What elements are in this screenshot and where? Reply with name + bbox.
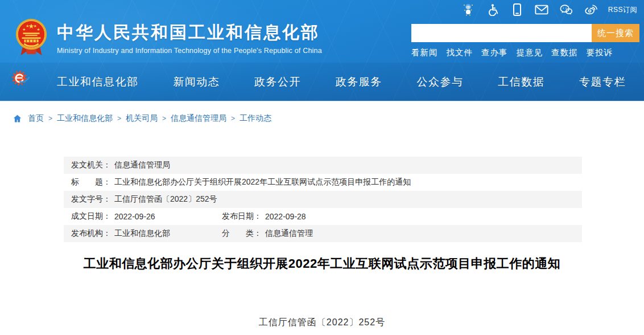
breadcrumb-separator: > [231,115,235,122]
breadcrumb-link-home[interactable]: 首页 [28,113,44,124]
table-row: 标 题： 工业和信息化部办公厅关于组织开展2022年工业互联网试点示范项目申报工… [64,174,582,191]
svg-text:★: ★ [22,27,26,31]
table-row: 发文机关： 信息通信管理局 [64,157,582,174]
breadcrumb-link-info-comm-bureau[interactable]: 信息通信管理局 [171,113,226,124]
national-emblem: ★ ★ ★ ★ ★ [14,18,49,59]
breadcrumb-link-work-updates[interactable]: 工作动态 [240,113,271,124]
nav-item-special-topics[interactable]: 专题专栏 [579,75,626,89]
article-doc-number: 工信厅信管函〔2022〕252号 [0,317,644,329]
breadcrumb-separator: > [162,115,166,122]
site-identity: 中华人民共和国工业和信息化部 Ministry of Industry and … [57,23,322,55]
top-utility-bar: RSS订阅 [461,3,637,17]
mobile-icon[interactable] [510,3,524,17]
nav-item-miit[interactable]: 工业和信息化部 [57,75,139,89]
site-banner: RSS订阅 ★ ★ ★ ★ ★ [0,0,644,101]
nav-items: 工业和信息化部 新闻动态 政务公开 政务服务 公众参与 工信数据 专题专栏 [57,63,626,101]
title-cell: 标 题： 工业和信息化部办公厅关于组织开展2022年工业互联网试点示范项目申报工… [71,177,411,187]
table-row: 成文日期： 2022-09-26 发布日期： 2022-09-28 [64,208,582,225]
miit-gear-logo-icon[interactable] [11,70,31,87]
nav-item-news[interactable]: 新闻动态 [173,75,220,89]
rss-subscribe-link[interactable]: RSS订阅 [608,5,637,15]
search-area: 统一搜索 看新闻 找文件 查办事 提意见 查数据 要投诉 [411,24,639,58]
mail-icon[interactable] [535,3,548,17]
search-input[interactable] [411,24,593,42]
breadcrumb-separator: > [48,115,52,122]
accessibility-icon[interactable] [486,3,499,17]
doc-number-cell: 发文字号： 工信厅信管函〔2022〕252号 [71,194,217,205]
nav-item-public-participation[interactable]: 公众参与 [417,75,464,89]
nav-item-gov-disclosure[interactable]: 政务公开 [254,75,301,89]
quick-link-services[interactable]: 查办事 [481,47,508,58]
svg-text:★: ★ [26,24,29,28]
quick-link-files[interactable]: 找文件 [447,47,473,58]
quick-link-complaint[interactable]: 要投诉 [587,47,613,58]
home-icon[interactable] [13,114,22,124]
ai-assistant-icon[interactable] [461,3,475,17]
quick-link-feedback[interactable]: 提意见 [517,47,543,58]
publish-date-cell: 发布日期： 2022-09-28 [222,211,306,222]
quick-link-data[interactable]: 查数据 [551,47,578,58]
quick-link-news[interactable]: 看新闻 [411,47,438,58]
document-meta-table: 发文机关： 信息通信管理局 标 题： 工业和信息化部办公厅关于组织开展2022年… [64,157,582,242]
written-date-cell: 成文日期： 2022-09-26 [71,211,222,222]
quick-links: 看新闻 找文件 查办事 提意见 查数据 要投诉 [411,47,639,58]
breadcrumb-link-miit[interactable]: 工业和信息化部 [57,113,113,124]
breadcrumb: 首页 > 工业和信息化部 > 机关司局 > 信息通信管理局 > 工作动态 [13,113,271,124]
wechat-icon[interactable] [559,3,573,17]
svg-text:★: ★ [37,27,40,31]
site-title: 中华人民共和国工业和信息化部 [57,23,322,43]
nav-item-miit-data[interactable]: 工信数据 [498,75,544,89]
site-subtitle-en: Ministry of Industry and Information Tec… [57,47,322,55]
category-cell: 分 类： 信息通信管理 [222,228,313,239]
breadcrumb-separator: > [117,115,121,122]
miit-webpage: RSS订阅 ★ ★ ★ ★ ★ [0,0,644,335]
issuing-authority-cell: 发文机关： 信息通信管理局 [71,160,170,170]
table-row: 发布机构： 工业和信息化部 分 类： 信息通信管理 [64,225,582,242]
unified-search-button[interactable]: 统一搜索 [592,24,639,42]
publishing-org-cell: 发布机构： 工业和信息化部 [71,228,222,239]
article-title: 工业和信息化部办公厅关于组织开展2022年工业互联网试点示范项目申报工作的通知 [31,255,613,273]
table-row: 发文字号： 工信厅信管函〔2022〕252号 [64,191,582,208]
breadcrumb-link-departments[interactable]: 机关司局 [126,113,158,124]
weibo-icon[interactable] [584,3,597,17]
nav-item-gov-services[interactable]: 政务服务 [336,75,382,89]
main-navigation: 工业和信息化部 新闻动态 政务公开 政务服务 公众参与 工信数据 专题专栏 [0,63,644,101]
